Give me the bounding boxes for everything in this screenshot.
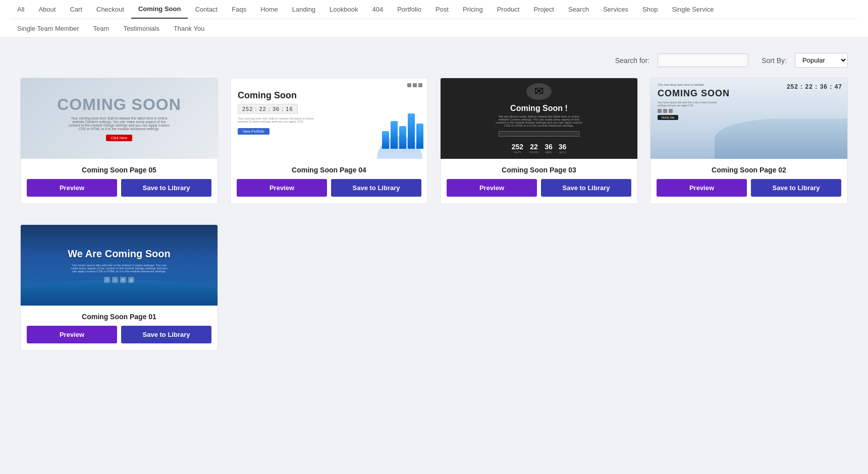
thumb03-sub: We are almost ready, Edit to release the… [494,115,584,127]
card-page03: ✉ Coming Soon ! We are almost ready, Edi… [440,78,638,204]
top-navigation: AllAboutCartCheckoutComing SoonContactFa… [0,0,868,38]
preview-button-page05[interactable]: Preview [27,179,117,197]
save-button-page04[interactable]: Save to Library [331,179,421,197]
card-page01-actions: Preview Save to Library [21,326,218,350]
nav-item-cart[interactable]: Cart [63,1,89,18]
toolbar: Search for: Sort By: PopularNewestOldest [0,38,868,78]
card-page01: We Are Coming Soon Your lorem ipsum titl… [20,224,218,351]
social-icon-1: f [104,277,110,283]
thumb02-dot-1 [658,109,662,113]
card-page04-title: Coming Soon Page 04 [231,159,427,179]
thumb03-icon: ✉ [526,83,552,100]
card-page03-actions: Preview Save to Library [441,179,637,204]
thumb04-icons [407,83,422,87]
thumb-page04: Coming Soon 252 : 22 : 36 : 16 Your comi… [231,78,427,159]
thumb03-num-secs: 36 SECS [559,143,567,154]
nav-item-thank-you[interactable]: Thank You [167,20,211,37]
social-icon-3: in [120,277,126,283]
nav-item-project[interactable]: Project [526,1,561,18]
nav-item-404[interactable]: 404 [365,1,391,18]
nav-item-coming-soon[interactable]: Coming Soon [131,0,188,19]
card-page01-title: Coming Soon Page 01 [21,306,218,326]
social-icon-2: t [112,277,118,283]
nav-item-portfolio[interactable]: Portfolio [390,1,428,18]
thumb01-sub: Your lorem ipsum title with this in the … [69,264,170,273]
thumb04-timer: 252 : 22 : 36 : 16 [238,104,298,114]
nav-row-1: AllAboutCartCheckoutComing SoonContactFa… [10,0,858,19]
nav-item-testimonials[interactable]: Testimonials [116,20,167,37]
nav-item-post[interactable]: Post [428,1,456,18]
icon-dot-3 [418,83,422,87]
bar-5 [416,124,423,149]
save-button-page02[interactable]: Save to Library [751,179,841,197]
card-page04-actions: Preview Save to Library [231,179,427,204]
thumb-page01: We Are Coming Soon Your lorem ipsum titl… [21,225,218,306]
template-grid-row2: We Are Coming Soon Your lorem ipsum titl… [0,224,868,371]
sort-select[interactable]: PopularNewestOldest [795,53,848,68]
nav-item-single-team-member[interactable]: Single Team Member [10,20,86,37]
preview-button-page03[interactable]: Preview [447,179,537,197]
nav-item-faqs[interactable]: Faqs [225,1,253,18]
save-button-page03[interactable]: Save to Library [541,179,631,197]
nav-item-search[interactable]: Search [561,1,596,18]
save-button-page05[interactable]: Save to Library [121,179,211,197]
thumb04-viewbtn: View Portfolio [238,128,269,135]
nav-row-2: Single Team MemberTeamTestimonialsThank … [10,19,858,37]
thumb03-secs-val: 36 [559,143,567,151]
thumb03-num-days: 252 DAYS [512,143,523,154]
nav-item-services[interactable]: Services [596,1,635,18]
preview-button-page01[interactable]: Preview [27,326,117,343]
card-page05-title: Coming Soon Page 05 [21,159,218,179]
nav-item-team[interactable]: Team [86,20,117,37]
nav-item-home[interactable]: Home [253,1,285,18]
thumb02-icons [658,109,673,113]
thumb-page03: ✉ Coming Soon ! We are almost ready, Edi… [441,78,637,159]
nav-item-single-service[interactable]: Single Service [665,1,721,18]
nav-item-checkout[interactable]: Checkout [89,1,131,18]
thumb05-btn: Click Here [106,135,132,141]
thumb03-hours-label: HOURS [529,151,538,154]
template-grid-row1: COMING SOON Your coming soon text. Edit … [0,78,868,224]
card-page05-actions: Preview Save to Library [21,179,218,204]
nav-item-shop[interactable]: Shop [635,1,665,18]
search-input[interactable] [658,53,748,67]
preview-button-page02[interactable]: Preview [657,179,747,197]
preview-button-page04[interactable]: Preview [237,179,327,197]
icon-dot-1 [407,83,411,87]
icon-dot-2 [413,83,417,87]
card-page02-actions: Preview Save to Library [650,179,847,204]
nav-item-pricing[interactable]: Pricing [456,1,490,18]
thumb01-icons: f t in g [104,277,134,283]
thumb03-hours-val: 22 [529,143,538,151]
bar-4 [408,113,415,149]
thumb03-title: Coming Soon ! [510,104,568,113]
thumb02-dot-3 [669,109,673,113]
thumb04-title: Coming Soon [238,90,297,101]
thumb01-ocean-waves [21,280,218,306]
thumb02-dot-2 [663,109,667,113]
nav-item-lookbook[interactable]: Lookbook [322,1,365,18]
search-label: Search for: [615,56,649,65]
nav-item-landing[interactable]: Landing [285,1,322,18]
thumb05-title: COMING SOON [57,96,181,113]
nav-item-product[interactable]: Product [490,1,527,18]
nav-item-contact[interactable]: Contact [188,1,225,18]
card-page04: Coming Soon 252 : 22 : 36 : 16 Your comi… [230,78,428,204]
thumb02-ocean [715,118,847,159]
thumb05-subtitle: Your coming soon text. Edit to release t… [69,116,170,131]
thumb-page02: 252 : 22 : 36 : 47 The new blog style he… [650,78,847,159]
chart-area [367,103,427,159]
nav-item-all[interactable]: All [10,1,31,18]
thumb03-mins-val: 36 [545,143,553,151]
thumb-page05: COMING SOON Your coming soon text. Edit … [21,78,218,159]
card-page02-title: Coming Soon Page 02 [650,159,847,179]
thumb03-days-label: DAYS [512,151,523,154]
thumb02-sub: Your lorem ipsum title with this in the … [658,101,718,107]
thumb04-text: Your coming soon text. Edit to release t… [238,117,318,123]
nav-item-about[interactable]: About [31,1,63,18]
thumb01-title: We Are Coming Soon [68,248,170,260]
card-page05: COMING SOON Your coming soon text. Edit … [20,78,218,204]
save-button-page01[interactable]: Save to Library [121,326,211,343]
thumb02-title: COMING SOON [658,88,730,99]
bars-container [382,113,423,149]
